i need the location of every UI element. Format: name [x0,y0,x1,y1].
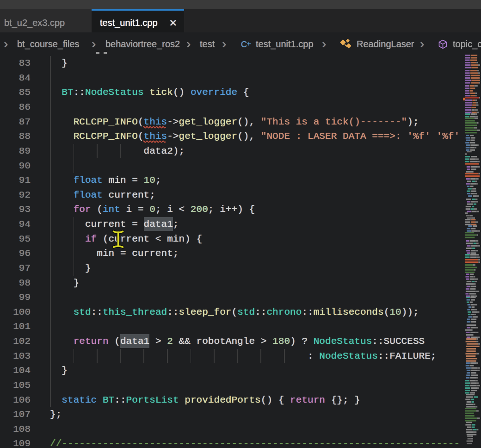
svg-text:C: C [241,40,247,49]
